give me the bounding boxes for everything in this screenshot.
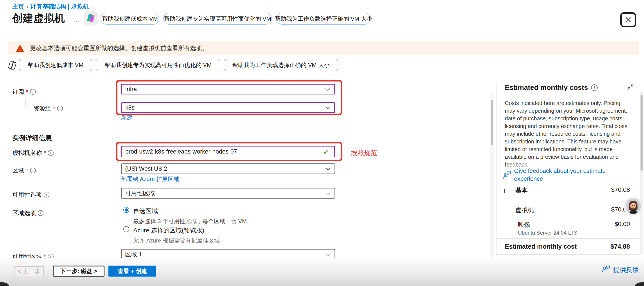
more-actions-button[interactable]: … [73, 16, 80, 24]
vm-name-input[interactable]: prod-usw2-k8s-freeleaps-worker-nodes-07 … [121, 146, 335, 157]
basic-group-price: $70.08 [571, 186, 630, 193]
annotation-note: 按照规范 [351, 148, 377, 157]
deploy-edge-zone-link[interactable]: 部署到 Azure 扩展区域 [121, 175, 179, 183]
breadcrumb: 主页 › 计算基础结构 | 虚拟机 › [12, 3, 95, 11]
footer-bar: < 上一步 下一步: 磁盘 > 查看 + 创建 提供反馈 [0, 258, 644, 286]
pill2-high-availability-vm[interactable]: 帮助我创建专为实现高可用性而优化的 VM [96, 59, 220, 71]
pill-high-availability-vm[interactable]: 帮助我创建专为实现高可用性而优化的 VM [163, 13, 272, 25]
info-icon[interactable]: i [57, 106, 63, 111]
region-dropdown[interactable]: (US) West US 2 [121, 163, 335, 174]
subscription-label: 订阅* i [12, 88, 36, 96]
required-asterisk: * [26, 167, 28, 174]
zone-options-label: 区域选项 i [12, 209, 44, 217]
panel-divider-line [496, 238, 639, 238]
chevron-down-icon [326, 166, 330, 170]
provide-feedback-link[interactable]: 提供反馈 [602, 265, 639, 274]
info-icon[interactable]: i [30, 89, 36, 95]
image-row-price: $0.00 [571, 220, 630, 227]
info-icon[interactable]: i [30, 168, 36, 173]
image-row-sub: Ubuntu Server 24.04 LTS [518, 230, 577, 236]
tree-connector-vertical [25, 98, 26, 108]
copilot-icon [86, 14, 96, 24]
tree-connector-horizontal [25, 108, 32, 108]
basic-group-chevron-icon[interactable] [504, 189, 505, 193]
vm-name-value: prod-usw2-k8s-freeleaps-worker-nodes-07 [125, 148, 237, 155]
subscription-value: infra [125, 86, 137, 93]
pill-low-cost-vm[interactable]: 帮助我创建低成本 VM [100, 13, 159, 25]
availability-zone-value: 区域 1 [125, 250, 142, 258]
cost-panel-description: Costs indicated here are estimates only.… [505, 99, 629, 168]
form-scrollbar-thumb[interactable] [491, 100, 493, 145]
pill-right-vm-size[interactable]: 帮助我为工作负载选择正确的 VM 大小 [276, 13, 371, 25]
info-icon[interactable]: i [44, 192, 50, 197]
previous-button[interactable]: < 上一步 [14, 266, 44, 276]
next-disks-button[interactable]: 下一步: 磁盘 > [53, 265, 104, 276]
zone-option-self-select-title: 自选区域 [133, 207, 247, 215]
warning-banner: ! 更改基本选项可能会重置所做的选择。创建虚拟机前查看所有选项。 [8, 41, 639, 55]
close-icon: ✕ [624, 15, 632, 24]
vm-row-label: 虚拟机 [516, 206, 534, 214]
info-icon[interactable]: i [38, 210, 44, 216]
breadcrumb-separator-icon: › [89, 3, 95, 10]
availability-options-value: 可用性区域 [125, 189, 155, 197]
total-row-price: $74.88 [571, 243, 630, 250]
breadcrumb-section[interactable]: 计算基础结构 | 虚拟机 [30, 3, 89, 11]
instance-details-heading: 实例详细信息 [12, 134, 52, 143]
basic-group-label: 基本 [516, 186, 528, 195]
region-label: 区域* i [12, 166, 36, 174]
vm-row-price: $70.08 [571, 206, 630, 213]
zone-option-azure-select-title: Azure 选择的区域(预览版) [133, 226, 220, 235]
estimate-feedback-link[interactable]: Give feedback about your estimate experi… [503, 167, 632, 183]
panel-divider-line-2 [496, 254, 639, 255]
page-title: 创建虚拟机 [12, 12, 65, 25]
feedback-person-icon [602, 265, 610, 274]
availability-options-dropdown[interactable]: 可用性区域 [121, 188, 335, 199]
svg-text:!: ! [19, 47, 21, 52]
zone-option-azure-select[interactable]: Azure 选择的区域(预览版) 允许 Azure 根据需要分配最佳区域 [123, 226, 220, 244]
cost-panel-title: Estimated monthly costs i [505, 84, 598, 92]
breadcrumb-separator-icon: › [24, 3, 30, 10]
radio-selected-icon[interactable] [123, 207, 129, 213]
avatar[interactable] [624, 197, 642, 215]
chevron-down-icon [326, 251, 330, 256]
panel-divider [496, 83, 497, 258]
breadcrumb-home[interactable]: 主页 [12, 3, 24, 11]
region-value: (US) West US 2 [125, 165, 167, 172]
vm-name-label: 虚拟机名称* i [12, 149, 54, 157]
warning-icon: ! [16, 44, 24, 52]
feedback-bubbles-icon [503, 170, 511, 180]
provide-feedback-text: 提供反馈 [613, 265, 639, 274]
copilot-button[interactable] [84, 12, 98, 26]
zone-option-self-select[interactable]: 自选区域 最多选择 3 个可用性区域，每个区域一台 VM [123, 207, 247, 225]
required-asterisk: * [53, 105, 55, 112]
screen-corner-decoration [0, 282, 10, 286]
copilot-outline-icon [8, 61, 17, 71]
collapse-panel-icon[interactable] [627, 83, 634, 91]
panel-scrollbar-thumb[interactable] [640, 95, 643, 171]
subscription-dropdown[interactable]: infra [121, 84, 335, 94]
chevron-down-icon [326, 86, 330, 91]
info-icon[interactable]: i [591, 84, 598, 91]
pill2-right-vm-size[interactable]: 帮助我为工作负载选择正确的 VM 大小 [224, 59, 338, 71]
resource-group-dropdown[interactable]: k8s [121, 102, 335, 113]
close-button[interactable]: ✕ [620, 12, 636, 27]
zone-option-self-select-desc: 最多选择 3 个可用性区域，每个区域一台 VM [133, 217, 247, 225]
create-new-resource-group-link[interactable]: 新建 [121, 114, 132, 121]
zone-option-azure-select-desc: 允许 Azure 根据需要分配最佳区域 [133, 237, 220, 244]
radio-unselected-icon[interactable] [123, 226, 129, 232]
required-asterisk: * [44, 150, 46, 156]
info-icon[interactable]: i [48, 150, 54, 156]
pill2-low-cost-vm[interactable]: 帮助我创建低成本 VM [19, 59, 92, 71]
warning-text: 更改基本选项可能会重置所做的选择。创建虚拟机前查看所有选项。 [30, 44, 208, 52]
required-asterisk: * [26, 89, 28, 95]
total-row-label: Estimated monthly cost [505, 243, 576, 250]
review-create-button[interactable]: 查看 + 创建 [108, 265, 156, 276]
availability-options-label: 可用性选项 i [12, 191, 50, 199]
resource-group-label: 资源组* i [33, 105, 63, 112]
resource-group-value: k8s [125, 104, 134, 111]
chevron-down-icon [326, 105, 330, 109]
estimate-feedback-text: Give feedback about your estimate experi… [514, 167, 632, 183]
create-vm-page: 主页 › 计算基础结构 | 虚拟机 › 创建虚拟机 … 帮助我创建低成本 [0, 0, 644, 286]
chevron-down-icon [326, 190, 330, 195]
image-row-label: 映像 [518, 220, 530, 229]
